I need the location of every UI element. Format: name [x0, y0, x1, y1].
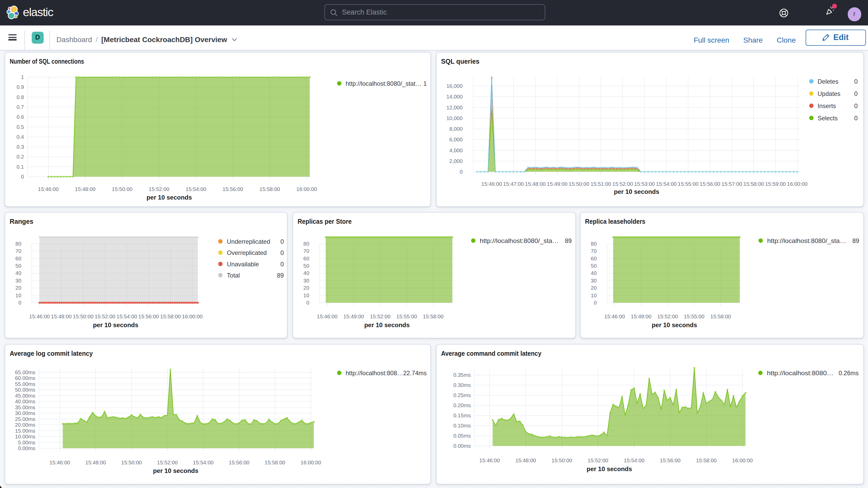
svg-text:65.00ms: 65.00ms: [15, 369, 35, 375]
svg-text:per 10 seconds: per 10 seconds: [93, 321, 138, 328]
svg-text:per 10 seconds: per 10 seconds: [587, 465, 632, 472]
svg-text:89: 89: [277, 272, 284, 279]
svg-text:20.00ms: 20.00ms: [15, 422, 35, 427]
svg-text:10,000: 10,000: [446, 115, 463, 121]
svg-text:0.35ms: 0.35ms: [454, 372, 471, 377]
svg-text:15:46:00: 15:46:00: [317, 313, 337, 319]
svg-text:http://localhost:8080/_stat…: http://localhost:8080/_stat…: [346, 80, 422, 87]
svg-text:http://localhost:808…: http://localhost:808…: [346, 369, 403, 376]
svg-text:35.00ms: 35.00ms: [15, 404, 35, 410]
svg-text:15:58:00: 15:58:00: [265, 459, 285, 465]
svg-text:0: 0: [280, 249, 284, 256]
svg-text:15:47:00: 15:47:00: [503, 181, 524, 187]
svg-text:15:49:00: 15:49:00: [547, 181, 567, 187]
svg-text:http://localhost:8080/_sta…: http://localhost:8080/_sta…: [767, 237, 846, 244]
svg-text:50.00ms: 50.00ms: [15, 387, 35, 392]
svg-text:0: 0: [854, 90, 858, 97]
svg-text:0: 0: [19, 300, 21, 305]
svg-text:0: 0: [21, 174, 24, 179]
svg-text:15:58:00: 15:58:00: [259, 186, 280, 192]
svg-text:70: 70: [590, 248, 596, 254]
svg-text:0: 0: [854, 115, 858, 121]
svg-text:Unavailable: Unavailable: [227, 261, 259, 267]
svg-text:15:55:00: 15:55:00: [683, 313, 704, 319]
svg-text:40.00ms: 40.00ms: [15, 398, 35, 404]
svg-text:Number of SQL connections: Number of SQL connections: [10, 57, 84, 65]
svg-text:0: 0: [280, 238, 284, 245]
svg-text:SQL queries: SQL queries: [441, 57, 479, 65]
svg-text:15:56:00: 15:56:00: [660, 457, 680, 463]
svg-text:15:49:00: 15:49:00: [630, 313, 651, 319]
svg-text:15:53:00: 15:53:00: [634, 181, 655, 187]
svg-text:per 10 seconds: per 10 seconds: [652, 321, 697, 328]
svg-text:15:52:00: 15:52:00: [95, 313, 115, 319]
svg-text:40: 40: [16, 270, 21, 276]
svg-text:10: 10: [590, 292, 596, 298]
svg-text:15:50:00: 15:50:00: [552, 457, 572, 463]
svg-text:Inserts: Inserts: [817, 102, 836, 109]
svg-text:16:00:00: 16:00:00: [787, 181, 807, 187]
svg-text:16:00:00: 16:00:00: [182, 313, 203, 319]
svg-text:70: 70: [16, 248, 21, 254]
svg-text:50: 50: [590, 263, 596, 268]
svg-text:0: 0: [460, 169, 463, 174]
svg-text:per 10 seconds: per 10 seconds: [147, 193, 192, 201]
svg-text:15:51:00: 15:51:00: [590, 181, 611, 187]
svg-text:15:46:00: 15:46:00: [604, 313, 624, 319]
svg-text:15:50:00: 15:50:00: [569, 181, 589, 187]
svg-text:15:48:00: 15:48:00: [51, 313, 71, 319]
svg-text:15:49:00: 15:49:00: [343, 313, 364, 319]
svg-text:0.10ms: 0.10ms: [454, 423, 471, 428]
svg-text:60.00ms: 60.00ms: [15, 375, 35, 381]
svg-text:5.00ms: 5.00ms: [18, 439, 35, 445]
svg-text:15:52:00: 15:52:00: [149, 186, 169, 192]
svg-text:15:50:00: 15:50:00: [121, 459, 142, 465]
svg-text:50: 50: [303, 263, 309, 268]
svg-text:45.00ms: 45.00ms: [15, 393, 35, 398]
svg-text:Deletes: Deletes: [817, 78, 838, 85]
svg-text:50: 50: [16, 263, 21, 268]
svg-text:0.3: 0.3: [17, 144, 24, 149]
svg-text:0.6: 0.6: [17, 114, 24, 120]
svg-text:15:52:00: 15:52:00: [588, 457, 608, 463]
svg-text:15:48:00: 15:48:00: [515, 457, 536, 463]
svg-text:89: 89: [565, 237, 572, 244]
svg-text:15:56:00: 15:56:00: [700, 181, 720, 187]
svg-text:0.9: 0.9: [17, 84, 24, 90]
svg-text:15:58:00: 15:58:00: [710, 313, 731, 319]
svg-text:15:48:00: 15:48:00: [75, 186, 95, 192]
svg-text:15:50:00: 15:50:00: [73, 313, 93, 319]
svg-text:Average log commit latency: Average log commit latency: [10, 349, 93, 357]
svg-text:12,000: 12,000: [446, 104, 463, 110]
svg-text:http://localhost:8080…: http://localhost:8080…: [767, 369, 833, 376]
svg-text:8,000: 8,000: [450, 126, 463, 131]
svg-text:0.15ms: 0.15ms: [454, 413, 471, 418]
svg-text:15:46:00: 15:46:00: [29, 313, 50, 319]
svg-text:0.30ms: 0.30ms: [454, 382, 471, 388]
svg-text:1: 1: [423, 80, 427, 87]
svg-text:per 10 seconds: per 10 seconds: [364, 321, 410, 328]
svg-text:15:48:00: 15:48:00: [525, 181, 546, 187]
svg-text:89: 89: [852, 237, 859, 244]
svg-text:16:00:00: 16:00:00: [732, 457, 753, 463]
svg-text:60: 60: [590, 255, 596, 261]
svg-text:Updates: Updates: [817, 90, 840, 97]
svg-text:40: 40: [590, 270, 596, 276]
svg-text:Ranges: Ranges: [10, 217, 33, 225]
svg-text:16:00:00: 16:00:00: [296, 186, 317, 192]
svg-text:Overreplicated: Overreplicated: [227, 249, 267, 256]
svg-text:20: 20: [303, 285, 309, 291]
svg-text:16,000: 16,000: [446, 83, 463, 89]
svg-text:15:46:00: 15:46:00: [479, 457, 500, 463]
svg-text:http://localhost:8080/_sta…: http://localhost:8080/_sta…: [480, 237, 559, 244]
svg-text:15:55:00: 15:55:00: [396, 313, 417, 319]
svg-text:15.00ms: 15.00ms: [15, 428, 35, 433]
svg-text:15:52:00: 15:52:00: [612, 181, 633, 187]
svg-text:70: 70: [303, 248, 309, 254]
svg-text:55.00ms: 55.00ms: [15, 381, 35, 387]
svg-text:30: 30: [303, 277, 309, 283]
svg-text:80: 80: [16, 241, 21, 246]
svg-text:Replica leaseholders: Replica leaseholders: [585, 217, 645, 225]
svg-text:80: 80: [590, 241, 596, 246]
svg-text:15:46:00: 15:46:00: [481, 181, 502, 187]
